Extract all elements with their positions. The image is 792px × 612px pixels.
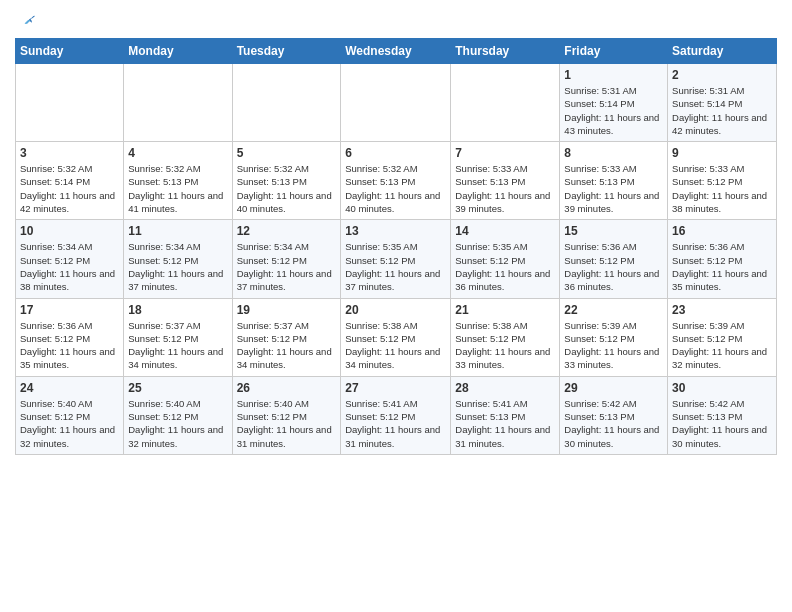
day-number: 18 <box>128 303 227 317</box>
day-number: 22 <box>564 303 663 317</box>
day-number: 27 <box>345 381 446 395</box>
calendar-cell: 17Sunrise: 5:36 AM Sunset: 5:12 PM Dayli… <box>16 298 124 376</box>
calendar-week-row: 10Sunrise: 5:34 AM Sunset: 5:12 PM Dayli… <box>16 220 777 298</box>
day-number: 24 <box>20 381 119 395</box>
calendar-cell: 15Sunrise: 5:36 AM Sunset: 5:12 PM Dayli… <box>560 220 668 298</box>
day-info: Sunrise: 5:32 AM Sunset: 5:13 PM Dayligh… <box>128 162 227 215</box>
day-info: Sunrise: 5:34 AM Sunset: 5:12 PM Dayligh… <box>237 240 337 293</box>
day-number: 16 <box>672 224 772 238</box>
calendar-cell: 22Sunrise: 5:39 AM Sunset: 5:12 PM Dayli… <box>560 298 668 376</box>
day-info: Sunrise: 5:34 AM Sunset: 5:12 PM Dayligh… <box>20 240 119 293</box>
calendar-header-sunday: Sunday <box>16 39 124 64</box>
day-info: Sunrise: 5:32 AM Sunset: 5:13 PM Dayligh… <box>345 162 446 215</box>
day-info: Sunrise: 5:40 AM Sunset: 5:12 PM Dayligh… <box>20 397 119 450</box>
day-number: 25 <box>128 381 227 395</box>
day-number: 20 <box>345 303 446 317</box>
day-info: Sunrise: 5:39 AM Sunset: 5:12 PM Dayligh… <box>672 319 772 372</box>
day-number: 15 <box>564 224 663 238</box>
day-info: Sunrise: 5:34 AM Sunset: 5:12 PM Dayligh… <box>128 240 227 293</box>
calendar-cell: 10Sunrise: 5:34 AM Sunset: 5:12 PM Dayli… <box>16 220 124 298</box>
calendar-header-wednesday: Wednesday <box>341 39 451 64</box>
calendar-cell: 9Sunrise: 5:33 AM Sunset: 5:12 PM Daylig… <box>668 142 777 220</box>
calendar-cell: 1Sunrise: 5:31 AM Sunset: 5:14 PM Daylig… <box>560 64 668 142</box>
calendar-header-monday: Monday <box>124 39 232 64</box>
day-info: Sunrise: 5:33 AM Sunset: 5:13 PM Dayligh… <box>455 162 555 215</box>
calendar-cell: 13Sunrise: 5:35 AM Sunset: 5:12 PM Dayli… <box>341 220 451 298</box>
day-number: 9 <box>672 146 772 160</box>
calendar-cell <box>16 64 124 142</box>
day-info: Sunrise: 5:32 AM Sunset: 5:14 PM Dayligh… <box>20 162 119 215</box>
day-info: Sunrise: 5:36 AM Sunset: 5:12 PM Dayligh… <box>20 319 119 372</box>
day-number: 6 <box>345 146 446 160</box>
calendar-cell: 20Sunrise: 5:38 AM Sunset: 5:12 PM Dayli… <box>341 298 451 376</box>
day-number: 23 <box>672 303 772 317</box>
calendar-cell: 23Sunrise: 5:39 AM Sunset: 5:12 PM Dayli… <box>668 298 777 376</box>
day-info: Sunrise: 5:38 AM Sunset: 5:12 PM Dayligh… <box>455 319 555 372</box>
day-number: 1 <box>564 68 663 82</box>
day-info: Sunrise: 5:36 AM Sunset: 5:12 PM Dayligh… <box>564 240 663 293</box>
day-number: 29 <box>564 381 663 395</box>
logo <box>15 10 35 30</box>
calendar-cell: 3Sunrise: 5:32 AM Sunset: 5:14 PM Daylig… <box>16 142 124 220</box>
day-info: Sunrise: 5:37 AM Sunset: 5:12 PM Dayligh… <box>128 319 227 372</box>
calendar-cell: 26Sunrise: 5:40 AM Sunset: 5:12 PM Dayli… <box>232 376 341 454</box>
day-info: Sunrise: 5:36 AM Sunset: 5:12 PM Dayligh… <box>672 240 772 293</box>
calendar-header-thursday: Thursday <box>451 39 560 64</box>
calendar-header-row: SundayMondayTuesdayWednesdayThursdayFrid… <box>16 39 777 64</box>
day-info: Sunrise: 5:37 AM Sunset: 5:12 PM Dayligh… <box>237 319 337 372</box>
day-number: 4 <box>128 146 227 160</box>
day-number: 7 <box>455 146 555 160</box>
calendar-header-friday: Friday <box>560 39 668 64</box>
calendar-header-tuesday: Tuesday <box>232 39 341 64</box>
page-header <box>15 10 777 30</box>
day-number: 30 <box>672 381 772 395</box>
calendar-cell: 25Sunrise: 5:40 AM Sunset: 5:12 PM Dayli… <box>124 376 232 454</box>
calendar-cell: 14Sunrise: 5:35 AM Sunset: 5:12 PM Dayli… <box>451 220 560 298</box>
calendar-cell: 7Sunrise: 5:33 AM Sunset: 5:13 PM Daylig… <box>451 142 560 220</box>
day-number: 28 <box>455 381 555 395</box>
day-number: 17 <box>20 303 119 317</box>
calendar-cell: 24Sunrise: 5:40 AM Sunset: 5:12 PM Dayli… <box>16 376 124 454</box>
calendar-cell <box>341 64 451 142</box>
day-number: 2 <box>672 68 772 82</box>
day-number: 11 <box>128 224 227 238</box>
calendar-week-row: 3Sunrise: 5:32 AM Sunset: 5:14 PM Daylig… <box>16 142 777 220</box>
calendar-cell: 12Sunrise: 5:34 AM Sunset: 5:12 PM Dayli… <box>232 220 341 298</box>
day-info: Sunrise: 5:41 AM Sunset: 5:13 PM Dayligh… <box>455 397 555 450</box>
day-info: Sunrise: 5:40 AM Sunset: 5:12 PM Dayligh… <box>237 397 337 450</box>
day-info: Sunrise: 5:32 AM Sunset: 5:13 PM Dayligh… <box>237 162 337 215</box>
day-info: Sunrise: 5:39 AM Sunset: 5:12 PM Dayligh… <box>564 319 663 372</box>
calendar-cell: 18Sunrise: 5:37 AM Sunset: 5:12 PM Dayli… <box>124 298 232 376</box>
day-number: 10 <box>20 224 119 238</box>
calendar-cell: 2Sunrise: 5:31 AM Sunset: 5:14 PM Daylig… <box>668 64 777 142</box>
logo-bird-icon <box>17 14 35 30</box>
day-info: Sunrise: 5:33 AM Sunset: 5:13 PM Dayligh… <box>564 162 663 215</box>
day-number: 8 <box>564 146 663 160</box>
calendar-week-row: 24Sunrise: 5:40 AM Sunset: 5:12 PM Dayli… <box>16 376 777 454</box>
day-info: Sunrise: 5:31 AM Sunset: 5:14 PM Dayligh… <box>672 84 772 137</box>
day-number: 21 <box>455 303 555 317</box>
day-info: Sunrise: 5:42 AM Sunset: 5:13 PM Dayligh… <box>564 397 663 450</box>
day-info: Sunrise: 5:33 AM Sunset: 5:12 PM Dayligh… <box>672 162 772 215</box>
day-number: 3 <box>20 146 119 160</box>
day-info: Sunrise: 5:41 AM Sunset: 5:12 PM Dayligh… <box>345 397 446 450</box>
day-info: Sunrise: 5:35 AM Sunset: 5:12 PM Dayligh… <box>455 240 555 293</box>
calendar-week-row: 17Sunrise: 5:36 AM Sunset: 5:12 PM Dayli… <box>16 298 777 376</box>
calendar-cell <box>451 64 560 142</box>
day-info: Sunrise: 5:40 AM Sunset: 5:12 PM Dayligh… <box>128 397 227 450</box>
calendar-cell: 30Sunrise: 5:42 AM Sunset: 5:13 PM Dayli… <box>668 376 777 454</box>
calendar-cell: 21Sunrise: 5:38 AM Sunset: 5:12 PM Dayli… <box>451 298 560 376</box>
calendar-cell: 27Sunrise: 5:41 AM Sunset: 5:12 PM Dayli… <box>341 376 451 454</box>
calendar-cell: 11Sunrise: 5:34 AM Sunset: 5:12 PM Dayli… <box>124 220 232 298</box>
day-number: 13 <box>345 224 446 238</box>
calendar-cell: 19Sunrise: 5:37 AM Sunset: 5:12 PM Dayli… <box>232 298 341 376</box>
calendar-cell: 6Sunrise: 5:32 AM Sunset: 5:13 PM Daylig… <box>341 142 451 220</box>
day-number: 12 <box>237 224 337 238</box>
calendar-cell: 28Sunrise: 5:41 AM Sunset: 5:13 PM Dayli… <box>451 376 560 454</box>
day-info: Sunrise: 5:35 AM Sunset: 5:12 PM Dayligh… <box>345 240 446 293</box>
day-number: 19 <box>237 303 337 317</box>
calendar-cell: 29Sunrise: 5:42 AM Sunset: 5:13 PM Dayli… <box>560 376 668 454</box>
calendar-cell: 5Sunrise: 5:32 AM Sunset: 5:13 PM Daylig… <box>232 142 341 220</box>
calendar-cell: 8Sunrise: 5:33 AM Sunset: 5:13 PM Daylig… <box>560 142 668 220</box>
calendar-header-saturday: Saturday <box>668 39 777 64</box>
